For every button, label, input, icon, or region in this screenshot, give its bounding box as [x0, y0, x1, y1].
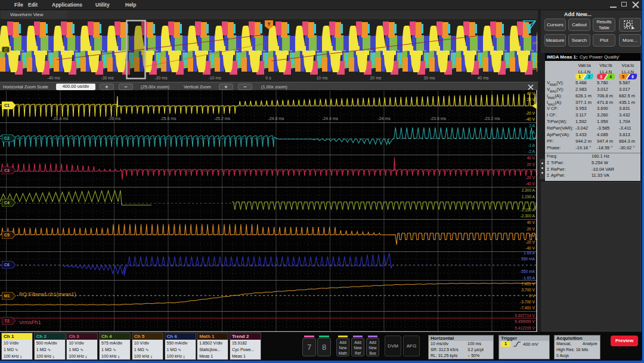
svg-text:Freq:: Freq:	[547, 153, 558, 159]
svg-text:1.704: 1.704	[619, 119, 630, 124]
svg-text:628.1 m: 628.1 m	[575, 93, 592, 99]
svg-text:5.459959 V: 5.459959 V	[515, 319, 535, 324]
svg-text:2: 2	[588, 75, 590, 79]
svg-text:11.33 VA: 11.33 VA	[592, 173, 609, 178]
svg-text:-23.2 ms: -23.2 ms	[484, 116, 500, 121]
svg-text:Vca:Ic: Vca:Ic	[622, 63, 634, 68]
svg-text:2.983: 2.983	[575, 87, 587, 92]
svg-text:1.959: 1.959	[597, 119, 608, 124]
svg-text:-40 V: -40 V	[525, 117, 535, 121]
svg-text:-26.4 ms: -26.4 ms	[52, 116, 69, 121]
svg-text:VRMS(V):: VRMS(V):	[547, 80, 564, 87]
svg-text:RePwr(VAR):: RePwr(VAR):	[547, 125, 573, 131]
svg-text:1.65 A: 1.65 A	[524, 251, 535, 255]
svg-text:-40 ms: -40 ms	[47, 76, 60, 80]
svg-text:Σ RePwr:: Σ RePwr:	[547, 167, 565, 172]
svg-text:10 ms: 10 ms	[316, 76, 328, 80]
svg-text:-18.55 °: -18.55 °	[597, 145, 612, 150]
svg-text:550 mA: 550 mA	[521, 257, 535, 261]
svg-text:20 ms: 20 ms	[370, 76, 382, 80]
svg-text:-20 ms: -20 ms	[154, 76, 168, 80]
svg-text:-24.8 ms: -24.8 ms	[268, 116, 284, 121]
svg-text:-26 ms: -26 ms	[108, 116, 121, 121]
svg-text:-25.2 ms: -25.2 ms	[214, 116, 231, 121]
svg-text:30 ms: 30 ms	[423, 76, 435, 80]
svg-text:944.2 m: 944.2 m	[575, 139, 592, 144]
svg-text:V CF:: V CF:	[547, 106, 558, 111]
svg-text:-40 V: -40 V	[525, 246, 535, 250]
svg-text:40 V: 40 V	[527, 156, 535, 160]
svg-text:-25.6 ms: -25.6 ms	[160, 116, 177, 121]
svg-text:-20 V: -20 V	[525, 240, 535, 244]
svg-text:682.5 m: 682.5 m	[619, 93, 635, 99]
svg-text:1.150 A: 1.150 A	[522, 195, 535, 199]
svg-text:706.8 m: 706.8 m	[597, 93, 613, 99]
svg-text:Vab:Ia: Vab:Ia	[578, 63, 591, 68]
svg-text:377.1 m: 377.1 m	[575, 100, 592, 105]
svg-text:C1: C1	[4, 103, 10, 107]
svg-text:5: 5	[622, 75, 624, 79]
svg-text:TrPwr(W):: TrPwr(W):	[547, 119, 567, 124]
svg-text:C2: C2	[4, 136, 10, 140]
svg-text:-2.300 A: -2.300 A	[520, 214, 535, 218]
svg-text:T2: T2	[4, 319, 9, 323]
svg-text:T: T	[268, 21, 271, 27]
svg-text:435.1 m: 435.1 m	[619, 100, 635, 105]
svg-text:3.953: 3.953	[575, 106, 587, 111]
svg-text:PF:: PF:	[547, 139, 554, 144]
svg-text:0 s: 0 s	[265, 76, 271, 80]
svg-text:C4: C4	[4, 201, 10, 205]
svg-text:40 V: 40 V	[527, 220, 535, 224]
svg-text:20 V: 20 V	[527, 227, 535, 231]
svg-text:5.254 W: 5.254 W	[592, 160, 609, 165]
svg-text:-19.16 °: -19.16 °	[575, 145, 591, 150]
svg-text:4.085: 4.085	[597, 132, 608, 137]
svg-text:-23.6 ms: -23.6 ms	[430, 116, 447, 121]
svg-text:-550 mA: -550 mA	[520, 269, 535, 273]
svg-text:-20 V: -20 V	[525, 111, 535, 115]
svg-text:0 V: 0 V	[529, 294, 535, 298]
svg-text:864.3 m: 864.3 m	[619, 139, 635, 144]
svg-text:-10.04 VAR: -10.04 VAR	[592, 167, 615, 172]
svg-text:3.690: 3.690	[597, 106, 608, 111]
svg-text:471.6 m: 471.6 m	[597, 100, 613, 105]
svg-text:0 V: 0 V	[529, 233, 535, 238]
svg-text:5.780: 5.780	[597, 80, 608, 85]
svg-text:IMAG(A):: IMAG(A):	[547, 100, 562, 106]
svg-text:3.700 V: 3.700 V	[521, 288, 535, 292]
svg-text:20 V: 20 V	[527, 97, 535, 101]
svg-text:3.813: 3.813	[619, 132, 630, 137]
svg-text:-20 V: -20 V	[525, 176, 535, 180]
svg-text:-24 ms: -24 ms	[377, 116, 391, 121]
svg-text:3.117: 3.117	[575, 112, 586, 118]
svg-text:IRMS(A):: IRMS(A):	[547, 93, 562, 100]
svg-text:5.466: 5.466	[575, 80, 587, 85]
svg-text:6: 6	[631, 75, 634, 79]
svg-text:2 A: 2 A	[529, 124, 535, 128]
svg-text:C6: C6	[4, 263, 10, 267]
svg-text:947.4 m: 947.4 m	[597, 139, 613, 144]
svg-text:40 ms: 40 ms	[477, 76, 489, 80]
svg-text:1: 1	[578, 75, 581, 79]
svg-text:C3: C3	[4, 168, 10, 173]
svg-text:-10 ms: -10 ms	[208, 76, 221, 80]
svg-text:-3.411: -3.411	[619, 125, 631, 131]
svg-text:20 V: 20 V	[527, 162, 535, 167]
svg-text:4: 4	[609, 75, 612, 79]
svg-text:VMAG(V):: VMAG(V):	[547, 87, 564, 93]
svg-text:1.592: 1.592	[575, 119, 587, 124]
svg-text:3.017: 3.017	[619, 87, 630, 92]
svg-text:40 V: 40 V	[527, 91, 535, 96]
svg-text:Vbc:Ib: Vbc:Ib	[599, 63, 612, 68]
svg-text:Σ ApPwr:: Σ ApPwr:	[547, 173, 565, 178]
svg-text:-7.401 V: -7.401 V	[520, 306, 535, 310]
svg-text:0 A: 0 A	[529, 137, 535, 141]
svg-text:3.432: 3.432	[619, 112, 630, 118]
svg-text:-1.150 A: -1.150 A	[520, 208, 535, 212]
svg-text:-1.65 A: -1.65 A	[522, 276, 535, 280]
svg-text:3.260: 3.260	[597, 112, 608, 118]
svg-text:1 A: 1 A	[529, 130, 535, 134]
svg-text:2.300 A: 2.300 A	[522, 188, 535, 192]
svg-text:3.831: 3.831	[619, 106, 630, 111]
svg-text:3.433: 3.433	[575, 132, 587, 137]
